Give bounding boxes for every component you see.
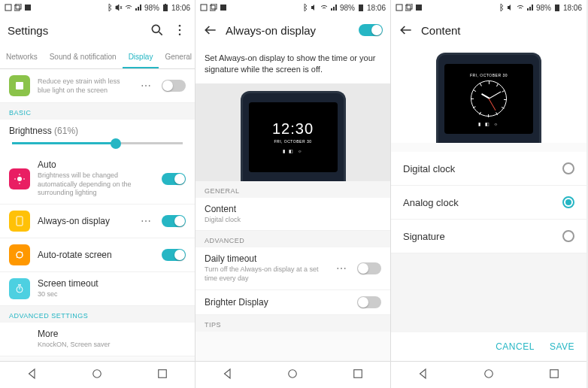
more-icon[interactable]: ⋯: [138, 215, 154, 227]
notif-icon: [5, 4, 12, 11]
header: Content: [391, 15, 586, 45]
navbar: [391, 361, 586, 388]
aod-icon: [9, 211, 30, 232]
wifi-icon: [320, 4, 328, 11]
screen-aod: 98% 18:06 Always-on display Set Always-o…: [195, 0, 391, 388]
section-advanced: ADVANCED: [195, 231, 390, 247]
svg-rect-5: [165, 4, 166, 5]
radio-analog[interactable]: Analog clock: [391, 186, 586, 220]
svg-rect-25: [211, 4, 217, 9]
back-icon[interactable]: [399, 23, 414, 38]
signal-icon: [330, 4, 338, 11]
svg-rect-3: [25, 5, 31, 11]
tab-networks[interactable]: Networks: [0, 45, 44, 68]
aod-preview: 12:30 FRI, OCTOBER 30 ▮ ◧ ☼: [195, 83, 390, 181]
cancel-button[interactable]: CANCEL: [496, 341, 535, 352]
more-icon[interactable]: ⋯: [333, 262, 350, 274]
overflow-icon[interactable]: [172, 23, 187, 38]
battery-pct: 98%: [144, 4, 159, 12]
recent-nav-icon[interactable]: [351, 367, 365, 383]
mute-icon: [311, 4, 318, 11]
home-nav-icon[interactable]: [482, 367, 496, 383]
svg-point-12: [17, 177, 22, 181]
notif-icon: [210, 4, 217, 11]
back-nav-icon[interactable]: [221, 367, 235, 383]
svg-rect-2: [16, 4, 21, 9]
svg-point-6: [152, 25, 159, 32]
battery-icon: [162, 4, 169, 11]
brighter-row[interactable]: Brighter Display: [195, 290, 390, 315]
search-icon[interactable]: [150, 23, 165, 38]
bluetooth-icon: [105, 4, 113, 11]
reader-toggle[interactable]: [162, 80, 186, 92]
daily-timeout-row[interactable]: Daily timeout Turn off the Always-on dis…: [195, 247, 390, 289]
brighter-toggle[interactable]: [357, 296, 381, 308]
screen-settings: 98% 18:06 Settings Networks Sound & noti…: [0, 0, 195, 388]
brightness-slider[interactable]: [12, 142, 183, 144]
svg-rect-36: [550, 369, 558, 377]
daily-timeout-toggle[interactable]: [357, 262, 381, 274]
section-tips: TIPS: [195, 315, 390, 332]
radio-signature[interactable]: Signature: [391, 220, 586, 253]
content-picker: FRI, OCTOBER 30 ▮ ◧ ☼ Digital clock Anal…: [391, 45, 586, 361]
more-row[interactable]: More KnockON, Screen saver: [0, 323, 195, 356]
svg-line-7: [159, 32, 162, 35]
svg-rect-26: [220, 5, 226, 11]
header: Settings: [0, 15, 195, 45]
auto-brightness-row[interactable]: Auto Brightness will be changed automati…: [0, 153, 195, 205]
back-nav-icon[interactable]: [417, 367, 430, 383]
back-icon[interactable]: [203, 23, 218, 38]
svg-point-21: [93, 369, 102, 377]
notif-icon: [24, 4, 32, 11]
page-title: Settings: [8, 24, 142, 37]
tabs: Networks Sound & notification Display Ge…: [0, 45, 195, 69]
statusbar: 98% 18:06: [0, 0, 195, 15]
header: Always-on display: [195, 15, 390, 45]
signal-icon: [135, 4, 142, 11]
analog-preview: FRI, OCTOBER 30 ▮ ◧ ☼: [391, 45, 586, 143]
wifi-icon: [517, 4, 524, 11]
analog-clock-icon: [471, 80, 507, 117]
save-button[interactable]: SAVE: [550, 341, 574, 352]
tab-general[interactable]: General: [159, 45, 198, 68]
home-nav-icon[interactable]: [286, 367, 299, 383]
notif-icon: [200, 4, 208, 11]
statusbar: 98% 18:06: [195, 0, 390, 15]
reader-mode-row[interactable]: Reduce eye strain with less blue light o…: [0, 69, 195, 103]
radio-icon: [562, 196, 574, 208]
home-nav-icon[interactable]: [90, 367, 104, 383]
timeout-row[interactable]: Screen timeout 30 sec: [0, 272, 195, 306]
section-advanced: ADVANCED SETTINGS: [0, 306, 195, 323]
tab-sound[interactable]: Sound & notification: [44, 45, 123, 68]
recent-nav-icon[interactable]: [547, 367, 561, 383]
rotate-row[interactable]: Auto-rotate screen: [0, 238, 195, 272]
auto-brightness-toggle[interactable]: [162, 173, 186, 185]
navbar: [195, 361, 390, 388]
svg-rect-11: [16, 82, 23, 89]
notif-icon: [415, 4, 423, 11]
aod-toggle[interactable]: [162, 215, 186, 227]
action-bar: CANCEL SAVE: [391, 332, 586, 361]
radio-icon: [562, 162, 574, 174]
svg-rect-27: [359, 5, 363, 11]
tab-display[interactable]: Display: [123, 45, 159, 68]
svg-rect-17: [17, 217, 23, 226]
svg-point-8: [179, 25, 181, 27]
svg-point-10: [179, 34, 181, 36]
more-icon[interactable]: ⋯: [138, 80, 154, 92]
navbar: [0, 361, 195, 388]
settings-content: Reduce eye strain with less blue light o…: [0, 69, 195, 361]
back-nav-icon[interactable]: [26, 367, 39, 383]
bluetooth-icon: [301, 4, 308, 11]
rotate-toggle[interactable]: [162, 249, 186, 261]
radio-digital[interactable]: Digital clock: [391, 152, 586, 186]
svg-rect-30: [396, 5, 402, 11]
content-row[interactable]: Content Digital clock: [195, 198, 390, 232]
reader-icon: [9, 75, 30, 96]
battery-icon: [357, 4, 365, 11]
aod-master-toggle[interactable]: [359, 24, 383, 36]
recent-nav-icon[interactable]: [156, 367, 169, 383]
section-general: GENERAL: [195, 181, 390, 198]
mute-icon: [507, 4, 514, 11]
aod-row[interactable]: Always-on display ⋯: [0, 205, 195, 238]
